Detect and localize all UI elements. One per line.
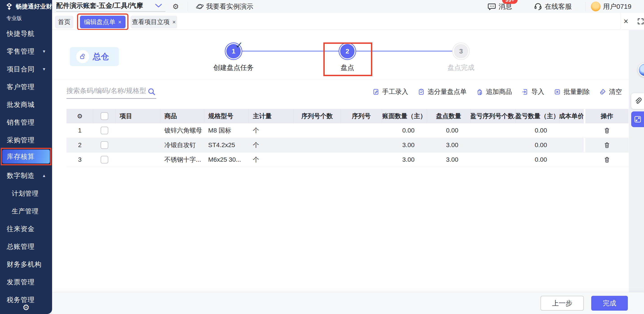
col-count-qty: 盘点数量	[427, 109, 471, 123]
step-2-label: 盘点	[341, 63, 354, 72]
demo-link-label: 我要看实例演示	[206, 2, 253, 11]
row-seq: 1	[66, 123, 93, 138]
cell-serial	[341, 152, 382, 167]
cell-pl-serial	[471, 138, 516, 152]
sidebar-item-sales[interactable]: 销售管理	[0, 114, 52, 132]
sidebar-item-quick-nav[interactable]: 快捷导航	[0, 25, 52, 43]
col-pl-serial: 盈亏序列号个数.	[471, 109, 516, 123]
online-service-button[interactable]: 在线客服	[534, 2, 572, 11]
app-logo-icon	[5, 1, 14, 12]
warehouse-label: 总仓	[93, 51, 109, 62]
cell-count-qty[interactable]: 3.00	[427, 152, 471, 167]
cell-serial-count	[294, 123, 341, 138]
sidebar-item-plan-management[interactable]: 计划管理	[0, 185, 52, 202]
filter-row: 手工录入 选分量盘点单 追加商品 导入 批量删除	[52, 79, 629, 109]
sidebar-settings-gear-icon[interactable]: ⚙	[0, 303, 52, 312]
tab-home[interactable]: 首页	[55, 16, 74, 28]
select-all-checkbox[interactable]	[100, 112, 108, 120]
steps-section: 总仓 1 ✓ 创建盘点任务 2 盘点 3 盘点完成	[52, 30, 629, 79]
sidebar-item-production-management[interactable]: 生产管理	[0, 202, 52, 220]
avatar	[591, 2, 601, 12]
finish-button[interactable]: 完成	[591, 296, 628, 311]
user-menu[interactable]: 用户0719	[591, 2, 632, 12]
box-delete-icon	[554, 88, 561, 96]
clear-button[interactable]: 清空	[599, 87, 622, 96]
row-checkbox[interactable]	[100, 141, 108, 149]
cell-count-qty[interactable]: 0.00	[427, 123, 471, 138]
demo-link[interactable]: 我要看实例演示	[196, 0, 253, 13]
edition-label: 专业版	[0, 13, 52, 25]
sidebar-item-funds[interactable]: 往来资金	[0, 220, 52, 238]
batch-delete-button[interactable]: 批量删除	[554, 87, 590, 96]
row-checkbox[interactable]	[100, 127, 108, 134]
delete-row-icon[interactable]	[603, 156, 610, 163]
table-settings-gear-icon[interactable]: ⚙	[66, 109, 93, 123]
delete-row-icon[interactable]	[603, 142, 610, 149]
cell-spec: ST4.2x25	[204, 138, 249, 152]
unlock-icon	[76, 50, 89, 63]
sidebar-item-retail[interactable]: 零售管理▼	[0, 43, 52, 60]
manual-entry-button[interactable]: 手工录入	[372, 87, 408, 96]
attachment-button[interactable]	[631, 93, 644, 109]
cell-pl-serial	[471, 152, 516, 167]
tab-view-project[interactable]: 查看项目立项 ×	[130, 16, 177, 28]
sidebar-item-wholesale-mall[interactable]: 批发商城	[0, 96, 52, 114]
select-count-sheet-button[interactable]: 选分量盘点单	[418, 87, 466, 96]
cell-spec: M8 国标	[204, 123, 249, 138]
sidebar-item-multi-org-finance[interactable]: 财务多机构	[0, 256, 52, 273]
cell-serial-count	[294, 138, 341, 152]
account-set-label: 配件演示账套-五金/工具/汽摩	[56, 1, 143, 10]
user-name: 用户0719	[603, 2, 632, 11]
logo: 畅捷通好业财	[0, 0, 52, 13]
tab-edit-stocktaking[interactable]: 编辑盘点单 ×	[80, 16, 126, 28]
cell-book-qty: 0.00	[382, 123, 427, 138]
account-set-selector[interactable]: 配件演示账套-五金/工具/汽摩	[56, 0, 166, 12]
table-row: 3 不锈钢十字... M6x25 30... 个 3.00 3.00 0.00	[66, 152, 628, 167]
sidebar-item-purchase[interactable]: 采购管理	[0, 132, 52, 149]
sidebar-item-customer[interactable]: 客户管理	[0, 78, 52, 96]
sidebar-item-digital-manufacturing[interactable]: 数字制造▲	[0, 167, 52, 185]
close-tab-icon[interactable]: ×	[172, 19, 176, 26]
col-product: 商品	[160, 109, 204, 123]
col-operation: 操作	[584, 109, 628, 123]
sidebar-item-invoice[interactable]: 发票管理	[0, 273, 52, 291]
sidebar-item-general-ledger[interactable]: 总账管理	[0, 238, 52, 256]
cell-pl-qty: 0.00	[516, 152, 559, 167]
search-box	[66, 87, 156, 99]
search-icon[interactable]	[147, 87, 156, 96]
cell-book-qty: 3.00	[382, 138, 427, 152]
annotation-box-sidebar	[1, 148, 52, 165]
app-window: 畅捷通好业财 配件演示账套-五金/工具/汽摩 ⚙ 我要看实例演示 消息 99+ …	[0, 0, 644, 314]
cell-product: 不锈钢十字...	[160, 152, 204, 167]
expand-panel-button[interactable]	[631, 112, 644, 127]
append-goods-button[interactable]: 追加商品	[476, 87, 512, 96]
warehouse-chip[interactable]: 总仓	[70, 47, 119, 66]
step-3-label: 盘点完成	[448, 63, 474, 72]
check-icon: ✓	[235, 40, 243, 50]
table-toolbar: 手工录入 选分量盘点单 追加商品 导入 批量删除	[372, 87, 622, 96]
step-connector	[242, 51, 341, 52]
fullscreen-icon[interactable]	[637, 18, 644, 25]
header-divider	[585, 2, 586, 11]
cell-unit: 个	[249, 123, 294, 138]
row-checkbox[interactable]	[100, 156, 108, 164]
gear-icon[interactable]: ⚙	[172, 3, 179, 10]
search-input[interactable]	[66, 87, 156, 99]
sidebar-item-project-contract[interactable]: 项目合同▼	[0, 60, 52, 78]
clear-icon	[599, 88, 606, 96]
messages-button[interactable]: 消息 99+	[487, 2, 512, 11]
import-icon	[522, 88, 528, 96]
cell-pl-qty: 0.00	[516, 123, 559, 138]
step-1-label: 创建盘点任务	[213, 63, 254, 72]
cell-count-qty[interactable]: 3.00	[427, 138, 471, 152]
import-button[interactable]: 导入	[522, 87, 544, 96]
delete-row-icon[interactable]	[603, 127, 610, 134]
table-header-row: ⚙ 项目 商品 规格型号 主计量 序列号个数 序列号 账面数量（主） 盘点数量 …	[66, 109, 628, 123]
previous-step-button[interactable]: 上一步	[540, 296, 584, 311]
header-actions: 消息 99+ 在线客服 用户0719	[487, 0, 644, 13]
close-tab-icon[interactable]: ×	[118, 19, 122, 26]
expand-icon	[634, 115, 642, 123]
app-title: 畅捷通好业财	[16, 2, 52, 10]
main-panel: 总仓 1 ✓ 创建盘点任务 2 盘点 3 盘点完成	[52, 30, 629, 292]
close-icon[interactable]: ×	[624, 18, 628, 25]
